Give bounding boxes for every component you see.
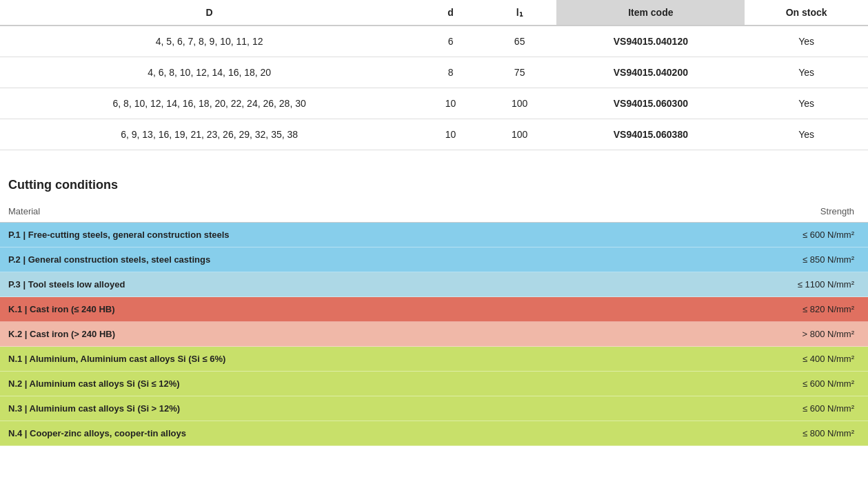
cell-d: 10	[418, 88, 483, 119]
cell-l1: 100	[483, 119, 557, 150]
cell-D: 4, 5, 6, 7, 8, 9, 10, 11, 12	[0, 26, 418, 57]
list-item: N.3 | Aluminium cast alloys Si (Si > 12%…	[0, 396, 868, 421]
header-l1: l₁	[483, 0, 557, 26]
strength-value: ≤ 400 N/mm²	[652, 347, 868, 372]
cell-item-code: VS94015.040120	[556, 26, 745, 57]
strength-value: ≤ 600 N/mm²	[652, 372, 868, 396]
strength-value: ≤ 800 N/mm²	[652, 421, 868, 446]
cell-D: 6, 9, 13, 16, 19, 21, 23, 26, 29, 32, 35…	[0, 119, 418, 150]
material-name: N.4 | Cooper-zinc alloys, cooper-tin all…	[0, 421, 652, 446]
cell-item-code: VS94015.060380	[556, 119, 745, 150]
material-name: P.3 | Tool steels low alloyed	[0, 272, 652, 297]
list-item: K.1 | Cast iron (≤ 240 HB)≤ 820 N/mm²	[0, 297, 868, 322]
cell-item-code: VS94015.040200	[556, 57, 745, 88]
product-table: D d l₁ Item code On stock 4, 5, 6, 7, 8,…	[0, 0, 868, 150]
list-item: N.4 | Cooper-zinc alloys, cooper-tin all…	[0, 421, 868, 446]
list-item: K.2 | Cast iron (> 240 HB)> 800 N/mm²	[0, 322, 868, 347]
list-item: P.2 | General construction steels, steel…	[0, 247, 868, 272]
cell-l1: 65	[483, 26, 557, 57]
cell-on-stock: Yes	[745, 88, 868, 119]
material-name: N.3 | Aluminium cast alloys Si (Si > 12%…	[0, 396, 652, 421]
material-name: P.2 | General construction steels, steel…	[0, 247, 652, 272]
list-item: N.2 | Aluminium cast alloys Si (Si ≤ 12%…	[0, 372, 868, 396]
cell-on-stock: Yes	[745, 119, 868, 150]
strength-header: Strength	[652, 201, 868, 223]
table-row: 6, 8, 10, 12, 14, 16, 18, 20, 22, 24, 26…	[0, 88, 868, 119]
material-name: P.1 | Free-cutting steels, general const…	[0, 223, 652, 247]
header-item-code: Item code	[556, 0, 745, 26]
cell-d: 10	[418, 119, 483, 150]
list-item: P.3 | Tool steels low alloyed≤ 1100 N/mm…	[0, 272, 868, 297]
material-name: N.1 | Aluminium, Aluminium cast alloys S…	[0, 347, 652, 372]
strength-value: ≤ 600 N/mm²	[652, 223, 868, 247]
material-name: N.2 | Aluminium cast alloys Si (Si ≤ 12%…	[0, 372, 652, 396]
cell-d: 8	[418, 57, 483, 88]
strength-value: > 800 N/mm²	[652, 322, 868, 347]
cell-item-code: VS94015.060300	[556, 88, 745, 119]
cell-on-stock: Yes	[745, 57, 868, 88]
cutting-conditions-title: Cutting conditions	[0, 167, 868, 201]
header-D: D	[0, 0, 418, 26]
strength-value: ≤ 850 N/mm²	[652, 247, 868, 272]
strength-value: ≤ 1100 N/mm²	[652, 272, 868, 297]
material-name: K.1 | Cast iron (≤ 240 HB)	[0, 297, 652, 322]
strength-value: ≤ 820 N/mm²	[652, 297, 868, 322]
header-d: d	[418, 0, 483, 26]
material-name: K.2 | Cast iron (> 240 HB)	[0, 322, 652, 347]
list-item: P.1 | Free-cutting steels, general const…	[0, 223, 868, 247]
cell-l1: 75	[483, 57, 557, 88]
cell-l1: 100	[483, 88, 557, 119]
cell-D: 4, 6, 8, 10, 12, 14, 16, 18, 20	[0, 57, 418, 88]
cell-on-stock: Yes	[745, 26, 868, 57]
materials-table: Material Strength P.1 | Free-cutting ste…	[0, 201, 868, 446]
table-row: 4, 6, 8, 10, 12, 14, 16, 18, 20875VS9401…	[0, 57, 868, 88]
header-on-stock: On stock	[745, 0, 868, 26]
table-row: 4, 5, 6, 7, 8, 9, 10, 11, 12665VS94015.0…	[0, 26, 868, 57]
list-item: N.1 | Aluminium, Aluminium cast alloys S…	[0, 347, 868, 372]
strength-value: ≤ 600 N/mm²	[652, 396, 868, 421]
main-container: D d l₁ Item code On stock 4, 5, 6, 7, 8,…	[0, 0, 868, 446]
cell-d: 6	[418, 26, 483, 57]
table-row: 6, 9, 13, 16, 19, 21, 23, 26, 29, 32, 35…	[0, 119, 868, 150]
material-header: Material	[0, 201, 652, 223]
cell-D: 6, 8, 10, 12, 14, 16, 18, 20, 22, 24, 26…	[0, 88, 418, 119]
